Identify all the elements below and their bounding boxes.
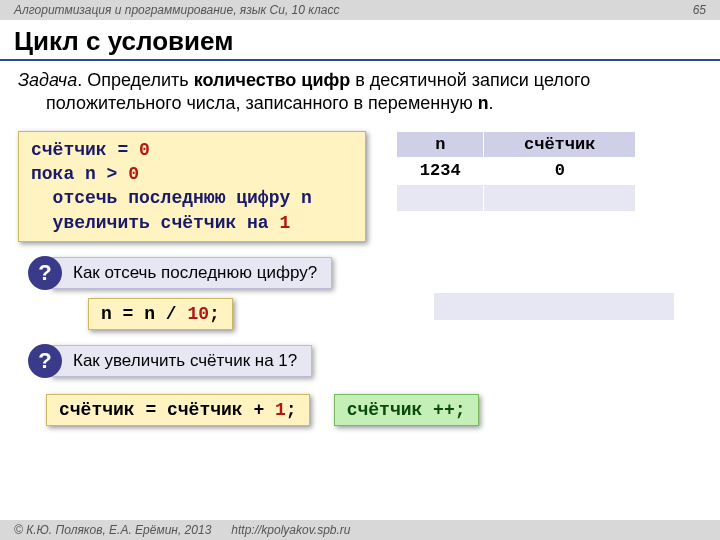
copyright: © К.Ю. Поляков, Е.А. Ерёмин, 2013 xyxy=(14,523,211,537)
slide-title: Цикл с условием xyxy=(0,20,720,61)
question-1: ? Как отсечь последнюю цифру? xyxy=(28,256,702,290)
col-counter: счётчик xyxy=(484,131,636,157)
table-row: 1234 0 xyxy=(397,157,636,184)
row-code-and-table: счётчик = 0 пока n > 0 отсечь последнюю … xyxy=(18,131,702,242)
answers-row: счётчик = счётчик + 1; счётчик ++; xyxy=(46,394,702,426)
question-2: ? Как увеличить счётчик на 1? xyxy=(28,344,702,378)
course-label: Алгоритмизация и программирование, язык … xyxy=(14,3,339,17)
footer-band: © К.Ю. Поляков, Е.А. Ерёмин, 2013 http:/… xyxy=(0,520,720,540)
extra-trace-cell xyxy=(434,293,674,320)
question-mark-icon: ? xyxy=(28,256,62,290)
task-text: Задача. Определить количество цифр в дес… xyxy=(18,69,702,117)
content-area: Задача. Определить количество цифр в дес… xyxy=(0,61,720,426)
footer-url: http://kpolyakov.spb.ru xyxy=(231,523,350,537)
code-answer-1: n = n / 10; xyxy=(88,298,233,330)
table-row xyxy=(397,184,636,211)
code-answer-2b: счётчик ++; xyxy=(334,394,479,426)
question-mark-icon: ? xyxy=(28,344,62,378)
task-bold: количество цифр xyxy=(194,70,351,90)
task-label: Задача xyxy=(18,70,77,90)
question-1-text: Как отсечь последнюю цифру? xyxy=(50,257,332,289)
table-header-row: n счётчик xyxy=(397,131,636,157)
table-row xyxy=(397,211,636,238)
page-number: 65 xyxy=(693,3,706,17)
task-var: n xyxy=(478,94,489,114)
trace-table: n счётчик 1234 0 xyxy=(396,131,636,239)
col-n: n xyxy=(397,131,484,157)
code-answer-2a: счётчик = счётчик + 1; xyxy=(46,394,310,426)
header-band: Алгоритмизация и программирование, язык … xyxy=(0,0,720,20)
question-2-text: Как увеличить счётчик на 1? xyxy=(50,345,312,377)
pseudocode-block: счётчик = 0 пока n > 0 отсечь последнюю … xyxy=(18,131,366,242)
